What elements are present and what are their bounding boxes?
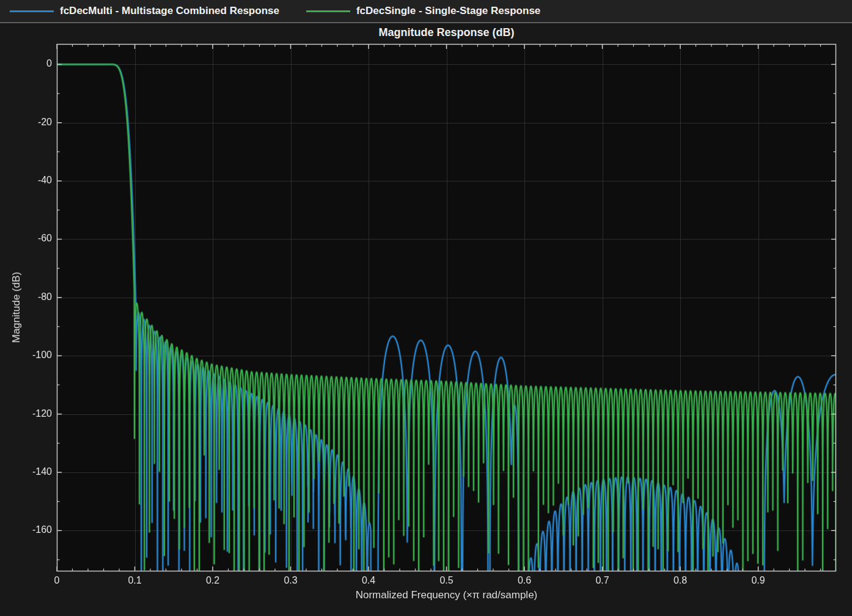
y-tick-label: -120 bbox=[20, 408, 52, 419]
y-tick-label: -80 bbox=[20, 292, 52, 302]
y-tick-label: 0 bbox=[20, 58, 52, 69]
x-axis-label: Normalized Frequency (×π rad/sample) bbox=[57, 589, 836, 601]
x-tick-label: 0.2 bbox=[188, 575, 237, 586]
x-tick-label: 0.8 bbox=[656, 575, 705, 586]
y-tick-label: -100 bbox=[20, 350, 52, 361]
y-axis-label: Magnitude (dB) bbox=[10, 272, 23, 343]
x-tick-label: 0.4 bbox=[344, 575, 393, 586]
x-tick-label: 0.1 bbox=[111, 575, 160, 586]
x-tick-label: 0.6 bbox=[500, 575, 549, 586]
fvtool-window: fcDecMulti - Multistage Combined Respons… bbox=[0, 0, 852, 616]
y-tick-label: -40 bbox=[20, 175, 52, 186]
x-tick-label: 0.3 bbox=[266, 575, 315, 586]
magnitude-response-plot[interactable] bbox=[0, 0, 852, 616]
x-tick-label: 0.5 bbox=[422, 575, 471, 586]
y-tick-label: -60 bbox=[20, 233, 52, 244]
y-tick-label: -20 bbox=[20, 117, 52, 128]
y-tick-label: -160 bbox=[20, 524, 52, 535]
x-tick-label: 0 bbox=[32, 575, 81, 586]
x-tick-label: 0.7 bbox=[578, 575, 627, 586]
x-tick-label: 0.9 bbox=[734, 575, 783, 586]
y-tick-label: -140 bbox=[20, 466, 52, 477]
